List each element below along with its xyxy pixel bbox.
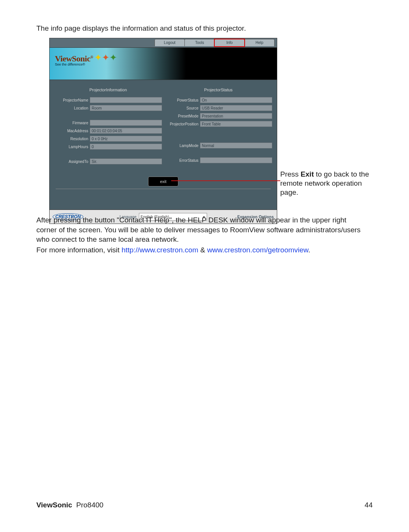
label-power-status: PowerStatus	[164, 98, 200, 102]
link-getroomview[interactable]: www.crestron.com/getroomview	[207, 246, 308, 254]
brand-name: ViewSonic	[55, 54, 91, 63]
exit-callout: Press Exit to go back to the remote netw…	[280, 170, 371, 197]
row-power-status: PowerStatus On	[164, 97, 272, 103]
row-lamp-mode: LampMode Normal	[164, 142, 272, 149]
body-p2a: For more information, visit	[36, 246, 122, 254]
tab-logout[interactable]: Logout	[155, 39, 185, 46]
row-projector-name: ProjectorName	[54, 97, 162, 103]
projector-status-header: ProjectorStatus	[164, 88, 272, 92]
body-p1: After pressing the button "Contact IT He…	[36, 216, 361, 243]
label-lamp-hours: LampHours	[54, 145, 90, 149]
brand-reg: ®	[91, 55, 93, 59]
row-firmware: Firmware	[54, 119, 162, 126]
body-p2b: .	[308, 246, 310, 254]
value-lamp-hours: 0	[90, 144, 162, 150]
tab-info[interactable]: Info	[214, 39, 245, 46]
footer-brand: ViewSonic	[36, 501, 72, 509]
value-resolution: 0 x 0 0Hz	[90, 136, 162, 142]
row-mac-address: MacAddress 00:01:02:03:04:05	[54, 127, 162, 134]
projector-status-column: ProjectorStatus PowerStatus On Source US…	[164, 88, 272, 166]
row-preset-mode: PresetMode Presentation	[164, 113, 272, 119]
projector-info-screenshot: Logout Tools Info Help ViewSonic® See th…	[49, 38, 276, 224]
info-content: ProjectorInformation ProjectorName Locat…	[50, 80, 277, 210]
tab-tools[interactable]: Tools	[184, 39, 215, 46]
callout-bold: Exit	[301, 170, 314, 178]
label-preset-mode: PresetMode	[164, 114, 200, 118]
label-projector-name: ProjectorName	[54, 98, 90, 102]
page-footer-left: ViewSonic Pro8400	[36, 501, 103, 509]
value-assigned-to: Sir.	[90, 158, 162, 164]
projector-information-column: ProjectorInformation ProjectorName Locat…	[54, 88, 162, 166]
page-number: 44	[365, 501, 373, 509]
intro-text: The info page displays the information a…	[36, 24, 246, 33]
viewsonic-logo: ViewSonic® See the difference®	[55, 54, 93, 66]
value-power-status: On	[200, 97, 272, 103]
info-panel: Logout Tools Info Help ViewSonic® See th…	[49, 38, 277, 224]
footer-model: Pro8400	[76, 501, 103, 509]
projector-information-header: ProjectorInformation	[54, 88, 162, 92]
row-source: Source USB Reader	[164, 105, 272, 111]
row-projector-position: ProjectorPosition Front Table	[164, 120, 272, 127]
row-error-status: ErrorStatus	[164, 157, 272, 164]
label-projector-position: ProjectorPosition	[164, 122, 200, 126]
exit-button[interactable]: exit	[148, 177, 178, 186]
label-resolution: Resolution	[54, 137, 90, 141]
tab-info-label: Info	[226, 41, 233, 45]
value-lamp-mode: Normal	[200, 142, 272, 149]
brand-banner: ViewSonic® See the difference® ✦✦✦	[50, 48, 277, 80]
value-mac-address: 00:01:02:03:04:05	[90, 128, 162, 134]
label-mac-address: MacAddress	[54, 129, 90, 133]
row-assigned-to: AssignedTo Sir.	[54, 158, 162, 165]
body-amp: &	[198, 246, 207, 254]
value-preset-mode: Presentation	[200, 113, 272, 119]
label-source: Source	[164, 106, 200, 110]
value-firmware	[90, 120, 162, 126]
label-assigned-to: AssignedTo	[54, 160, 90, 164]
value-location: Room	[90, 105, 162, 111]
value-error-status	[200, 157, 272, 163]
label-firmware: Firmware	[54, 121, 90, 125]
row-resolution: Resolution 0 x 0 0Hz	[54, 135, 162, 142]
row-lamp-hours: LampHours 0	[54, 143, 162, 150]
tab-help[interactable]: Help	[244, 39, 275, 46]
callout-leader-line	[171, 180, 280, 181]
label-lamp-mode: LampMode	[164, 144, 200, 148]
body-paragraphs: After pressing the button "Contact IT He…	[36, 215, 366, 255]
label-location: Location	[54, 106, 90, 110]
value-source: USB Reader	[200, 105, 272, 111]
link-crestron[interactable]: http://www.crestron.com	[122, 246, 198, 254]
label-error-status: ErrorStatus	[164, 158, 200, 163]
divider	[56, 189, 271, 189]
tab-bar: Logout Tools Info Help	[50, 38, 277, 48]
value-projector-position: Front Table	[200, 121, 272, 127]
value-projector-name	[90, 97, 162, 103]
birds-icon: ✦✦✦	[94, 53, 117, 62]
row-location: Location Room	[54, 105, 162, 111]
callout-text-1: Press	[280, 170, 301, 178]
